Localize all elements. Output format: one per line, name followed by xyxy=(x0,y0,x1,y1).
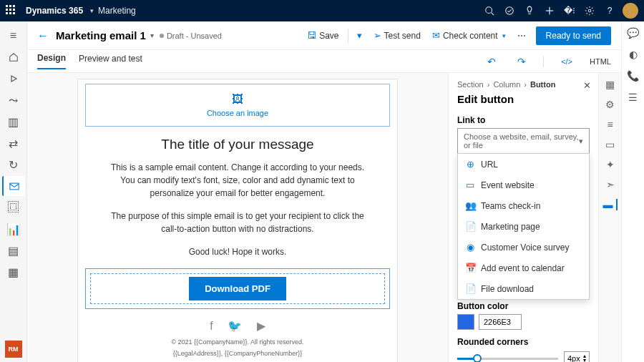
check-label: Check content xyxy=(443,31,498,41)
save-button[interactable]: 🖫Save xyxy=(301,27,344,44)
module-label[interactable]: Marketing xyxy=(98,6,136,16)
rounded-label: Rounded corners xyxy=(457,337,590,347)
email-paragraph[interactable]: The purpose of this simple email is to g… xyxy=(107,210,369,235)
play-icon[interactable] xyxy=(2,69,25,89)
chevron-down-icon: ▾ xyxy=(357,30,362,41)
status-dot xyxy=(160,34,164,38)
linkto-dropdown[interactable]: Choose a website, email, survey, or file… xyxy=(457,128,590,154)
rounded-slider[interactable] xyxy=(457,358,558,360)
flow-icon[interactable]: ⇄ xyxy=(2,133,25,153)
list-icon[interactable]: ☰ xyxy=(628,92,638,103)
settings-icon[interactable]: ⚙ xyxy=(605,99,615,110)
crumb-column[interactable]: Column xyxy=(493,80,520,89)
svg-rect-8 xyxy=(13,12,15,14)
linkto-menu: ⊕URL ▭Event website 👥Teams check-in 📄Mar… xyxy=(457,153,590,300)
button-color-label: Button color xyxy=(457,301,590,311)
svg-point-9 xyxy=(486,7,492,14)
properties-panel: ✕ Section› Column› Button Edit button Li… xyxy=(448,73,598,362)
help-icon[interactable]: ? xyxy=(600,0,620,21)
button-tool-icon[interactable]: ▬ xyxy=(603,199,618,210)
rounded-input[interactable]: 4px▴▾ xyxy=(564,351,590,362)
email-canvas[interactable]: 🖼 Choose an image The title of your mess… xyxy=(77,79,398,362)
save-options[interactable]: ▾ xyxy=(351,27,368,44)
app-launcher-icon[interactable] xyxy=(6,5,17,16)
brand-label: Dynamics 365 xyxy=(26,6,83,16)
code-icon[interactable]: </> xyxy=(557,57,577,66)
check-content-button[interactable]: ✉Check content▾ xyxy=(426,27,512,44)
search-icon[interactable] xyxy=(479,0,499,21)
svg-rect-4 xyxy=(9,9,11,11)
undo-icon[interactable]: ↶ xyxy=(483,56,500,67)
svg-rect-1 xyxy=(9,5,11,7)
image-icon: 🖼 xyxy=(232,93,243,106)
email-paragraph[interactable]: Good luck! Hope it works. xyxy=(107,245,369,258)
button-color-swatch[interactable] xyxy=(457,314,474,330)
facebook-icon[interactable]: f xyxy=(210,320,213,332)
image-placeholder-label: Choose an image xyxy=(207,109,268,117)
activity-rail: 💬 ◐ 📞 ☰ xyxy=(621,21,644,362)
option-add-calendar[interactable]: 📅Add event to calendar xyxy=(458,258,589,278)
test-send-button[interactable]: ➢Test send xyxy=(368,27,426,44)
history-icon[interactable]: ↻ xyxy=(2,155,25,175)
option-customer-voice[interactable]: ◉Customer Voice survey xyxy=(458,237,589,258)
globe-icon: ⊕ xyxy=(465,159,475,170)
crumb-section[interactable]: Section xyxy=(457,80,484,89)
save-icon: 🖫 xyxy=(307,30,316,41)
template-icon[interactable]: ⿴ xyxy=(2,197,25,217)
title-chevron-icon[interactable]: ▾ xyxy=(150,31,154,39)
svg-rect-5 xyxy=(13,9,15,11)
chat-icon[interactable]: 💬 xyxy=(627,27,639,39)
send-icon[interactable]: ➣ xyxy=(606,179,615,190)
window-icon: ▭ xyxy=(465,180,475,190)
assistant-icon[interactable]: ◐ xyxy=(629,49,638,60)
phone-icon[interactable]: 📞 xyxy=(627,70,639,82)
option-file-download[interactable]: 📄File download xyxy=(458,278,589,299)
cta-button[interactable]: Download PDF xyxy=(189,277,286,300)
books-icon[interactable]: ▤ xyxy=(2,240,25,260)
dropdown-placeholder: Choose a website, email, survey, or file xyxy=(464,132,579,150)
button-color-input[interactable] xyxy=(479,314,522,330)
home-icon[interactable] xyxy=(2,47,25,67)
ready-to-send-button[interactable]: Ready to send xyxy=(536,26,611,45)
left-nav: ≡ ⤳ ▥ ⇄ ↻ ⿴ 📊 ▤ ▦ RM xyxy=(0,21,27,362)
lightbulb-icon[interactable] xyxy=(519,0,540,21)
gear-icon[interactable] xyxy=(580,0,600,21)
redo-icon[interactable]: ↷ xyxy=(513,56,530,67)
button-block-selected[interactable]: Download PDF xyxy=(85,268,390,309)
ideas-icon[interactable]: ✦ xyxy=(606,159,615,170)
calendar-icon: 📅 xyxy=(465,263,475,273)
email-title[interactable]: The title of your message xyxy=(78,137,397,152)
html-toggle[interactable]: HTML xyxy=(590,57,611,66)
elements-icon[interactable]: ▦ xyxy=(605,79,615,90)
twitter-icon[interactable]: 🐦 xyxy=(228,320,242,332)
email-paragraph[interactable]: This is a sample email content. Change i… xyxy=(107,161,369,200)
more-button[interactable]: ⋯ xyxy=(512,28,532,44)
option-marketing-page[interactable]: 📄Marketing page xyxy=(458,216,589,237)
close-icon[interactable]: ✕ xyxy=(583,80,591,91)
insights-icon[interactable]: 📊 xyxy=(2,219,25,239)
styles-icon[interactable]: ≡ xyxy=(607,119,613,130)
avatar[interactable] xyxy=(623,3,638,19)
add-icon[interactable] xyxy=(540,0,560,21)
menu-icon[interactable]: ≡ xyxy=(2,26,25,46)
option-event-website[interactable]: ▭Event website xyxy=(458,175,589,195)
library-icon[interactable]: ▥ xyxy=(2,112,25,132)
back-button[interactable]: ← xyxy=(37,29,49,42)
grid-nav-icon[interactable]: ▦ xyxy=(2,262,25,282)
option-url[interactable]: ⊕URL xyxy=(458,154,589,175)
tab-preview[interactable]: Preview and test xyxy=(79,54,142,69)
blocks-icon[interactable]: ▭ xyxy=(605,139,615,150)
tab-design[interactable]: Design xyxy=(37,53,66,69)
save-label: Save xyxy=(319,31,338,41)
task-icon[interactable] xyxy=(499,0,519,21)
image-placeholder[interactable]: 🖼 Choose an image xyxy=(85,84,390,127)
journey-icon[interactable]: ⤳ xyxy=(2,90,25,110)
email-icon[interactable] xyxy=(2,176,25,196)
stepper-icon[interactable]: ▴▾ xyxy=(583,354,586,362)
svg-point-15 xyxy=(588,9,591,12)
persona-badge[interactable]: RM xyxy=(5,341,22,358)
option-teams-checkin[interactable]: 👥Teams check-in xyxy=(458,195,589,216)
chevron-down-icon[interactable]: ▾ xyxy=(90,7,94,14)
filter-icon[interactable]: �⁝ xyxy=(560,0,580,21)
youtube-icon[interactable]: ▶ xyxy=(257,320,265,332)
